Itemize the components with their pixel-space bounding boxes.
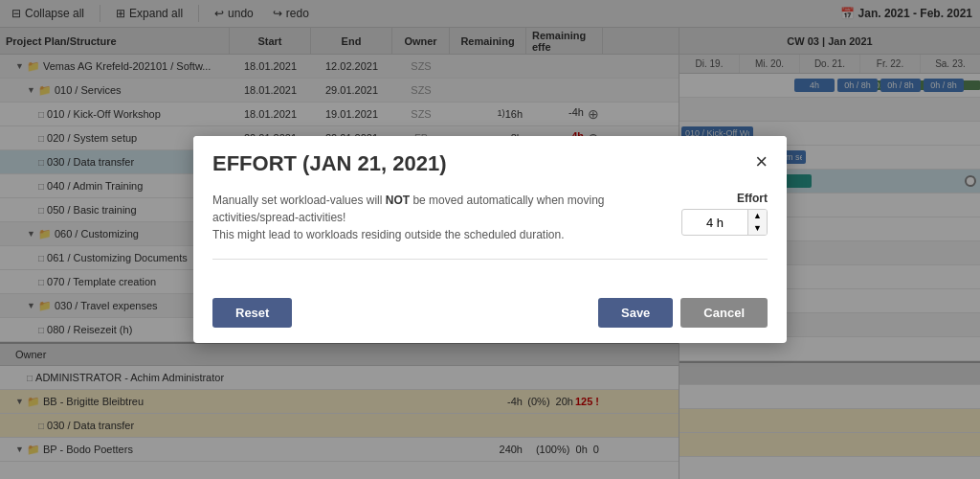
save-button[interactable]: Save <box>598 298 673 328</box>
modal-info-text: Manually set workload-values will NOT be… <box>212 192 634 243</box>
modal-close-button[interactable]: × <box>755 151 768 172</box>
effort-up-button[interactable]: ▲ <box>748 210 767 222</box>
effort-label: Effort <box>737 192 768 205</box>
modal-body: Manually set workload-values will NOT be… <box>193 184 787 290</box>
modal-action-buttons: Save Cancel <box>598 298 768 328</box>
effort-arrows: ▲ ▼ <box>747 210 767 235</box>
effort-area: Effort ▲ ▼ <box>681 192 768 236</box>
modal-header: EFFORT (JAN 21, 2021) × <box>193 136 787 184</box>
cancel-button[interactable]: Cancel <box>680 298 768 328</box>
effort-input[interactable] <box>682 212 747 234</box>
modal-overlay[interactable]: EFFORT (JAN 21, 2021) × Manually set wor… <box>0 0 980 479</box>
reset-button[interactable]: Reset <box>212 298 292 328</box>
modal-title: EFFORT (JAN 21, 2021) <box>212 151 447 176</box>
effort-spinner: ▲ ▼ <box>681 209 768 236</box>
effort-modal: EFFORT (JAN 21, 2021) × Manually set wor… <box>193 136 787 343</box>
effort-down-button[interactable]: ▼ <box>748 222 767 235</box>
modal-info-row: Manually set workload-values will NOT be… <box>212 192 768 260</box>
modal-footer: Reset Save Cancel <box>193 290 787 343</box>
